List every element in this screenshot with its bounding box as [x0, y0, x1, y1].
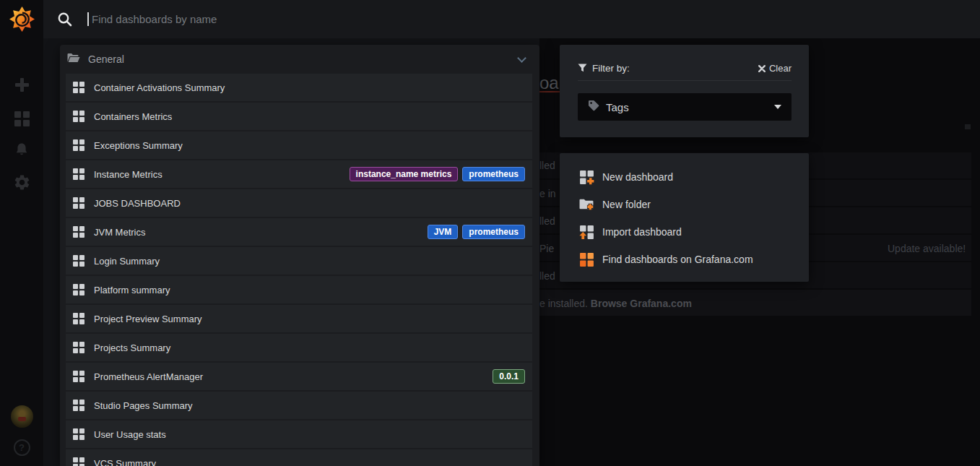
tag-badge[interactable]: instance_name metrics — [350, 167, 459, 181]
funnel-icon — [578, 62, 587, 75]
menu-item-label: New folder — [602, 199, 651, 210]
background-text-fragment: e in — [539, 188, 556, 199]
dashboards-grid-icon[interactable] — [0, 108, 43, 129]
update-available-badge: Update available! — [888, 243, 966, 254]
filter-title: Filter by: — [592, 63, 758, 74]
dashboard-row[interactable]: Containers Metrics — [66, 103, 532, 130]
tags-filter-select[interactable]: Tags — [578, 93, 792, 121]
filter-panel: Filter by: Clear Tags — [560, 45, 809, 137]
new-dashboard-icon — [578, 169, 594, 185]
dashboard-row[interactable]: JVM Metrics JVMprometheus — [66, 218, 532, 246]
dashboard-row-label: Studio Pages Summary — [94, 400, 525, 411]
dashboard-row-label: Project Preview Summary — [94, 314, 525, 324]
dashboard-row-label: Login Summary — [94, 256, 525, 267]
tag-badge[interactable]: 0.0.1 — [493, 369, 525, 384]
filter-header: Filter by: Clear — [578, 62, 792, 81]
clear-filters-button[interactable]: Clear — [758, 63, 792, 74]
dashboard-row-label: JVM Metrics — [94, 227, 428, 238]
dashboard-grid-icon — [73, 371, 84, 382]
folder-open-icon — [67, 53, 80, 66]
dashboard-row-tags: instance_name metricsprometheus — [350, 167, 525, 181]
dashboard-row[interactable]: Project Preview Summary — [66, 305, 532, 332]
tag-badge[interactable]: prometheus — [462, 225, 525, 239]
menu-item-new-folder[interactable]: New folder — [560, 191, 809, 218]
tag-badge[interactable]: prometheus — [462, 167, 525, 181]
dashboard-row[interactable]: VCS Summary — [66, 449, 532, 466]
search-results-panel: General Container Activations Summary Co… — [60, 45, 539, 466]
background-footer-fragment: e installed. Browse Grafana.com — [539, 298, 692, 309]
dashboard-row-label: Containers Metrics — [94, 111, 525, 122]
settings-gear-icon[interactable] — [0, 172, 43, 192]
dashboard-grid-icon — [73, 197, 84, 209]
menu-item-new-dashboard[interactable]: New dashboard — [560, 163, 809, 191]
dashboard-grid-icon — [73, 168, 84, 180]
dashboard-row-label: Exceptions Summary — [94, 140, 525, 151]
dashboard-grid-icon — [73, 255, 84, 267]
dashboard-grid-icon — [73, 111, 84, 122]
dashboard-row[interactable]: Projects Summary — [66, 334, 532, 361]
dashboard-grid-icon — [73, 428, 84, 440]
menu-item-label: Find dashboards on Grafana.com — [602, 254, 753, 265]
dashboard-grid-icon — [73, 400, 84, 411]
create-plus-icon[interactable] — [0, 74, 43, 95]
dashboard-grid-icon — [73, 313, 84, 324]
caret-down-icon — [774, 105, 781, 109]
tags-select-value: Tags — [606, 101, 774, 113]
x-icon — [758, 65, 766, 72]
dashboard-row-tags: 0.0.1 — [493, 369, 525, 384]
dashboard-row[interactable]: Instance Metrics instance_name metricspr… — [66, 160, 532, 188]
background-text-fragment: Pie — [539, 243, 554, 254]
dashboard-grid-icon — [73, 284, 84, 295]
dashboard-row-label: User Usage stats — [94, 429, 525, 440]
dashboard-row[interactable]: User Usage stats — [66, 420, 532, 448]
dashboard-grid-icon — [73, 226, 84, 238]
dashboard-row-label: Prometheus AlertManager — [94, 371, 493, 382]
background-text-fragment: lled — [539, 215, 555, 227]
dashboard-grid-icon — [73, 457, 84, 466]
grafana-logo[interactable] — [0, 3, 43, 35]
browse-grafana-link: Browse Grafana.com — [591, 298, 692, 309]
dashboard-row-label: VCS Summary — [94, 458, 525, 466]
chevron-down-icon[interactable] — [517, 53, 526, 63]
dashboard-row-label: Container Activations Summary — [94, 82, 525, 93]
search-icon — [56, 11, 74, 28]
import-dashboard-icon — [578, 224, 594, 240]
dashboard-row[interactable]: Platform summary — [66, 276, 532, 303]
dashboard-row[interactable]: Exceptions Summary — [66, 131, 532, 159]
dashboard-row-label: Platform summary — [94, 285, 525, 295]
background-panel-corner — [965, 124, 971, 129]
search-topbar: Find dashboards by name — [43, 0, 980, 38]
dashboard-row[interactable]: Login Summary — [66, 247, 532, 275]
user-avatar[interactable] — [0, 405, 43, 428]
grafana-com-icon — [578, 251, 594, 267]
background-text-fragment: lled — [539, 270, 555, 282]
side-nav: ? — [0, 0, 43, 466]
menu-item-find-dashboards-grafana-com[interactable]: Find dashboards on Grafana.com — [560, 246, 809, 273]
text-caret — [87, 12, 89, 26]
dashboard-row[interactable]: Prometheus AlertManager 0.0.1 — [66, 363, 532, 390]
dashboard-row-label: JOBS DASHBOARD — [94, 198, 525, 209]
folder-section-header[interactable]: General — [60, 45, 539, 74]
menu-item-label: Import dashboard — [602, 226, 682, 238]
dashboard-grid-icon — [73, 342, 84, 353]
folder-name: General — [88, 53, 519, 65]
dashboard-row[interactable]: JOBS DASHBOARD — [66, 189, 532, 217]
help-icon[interactable]: ? — [0, 438, 43, 457]
clear-label: Clear — [769, 63, 792, 74]
dashboard-row-tags: JVMprometheus — [428, 225, 525, 239]
tag-badge[interactable]: JVM — [428, 225, 459, 239]
new-folder-icon — [578, 197, 594, 212]
search-input[interactable]: Find dashboards by name — [92, 13, 217, 25]
dashboard-row[interactable]: Container Activations Summary — [66, 74, 532, 101]
dashboard-list: Container Activations Summary Containers… — [60, 74, 539, 466]
dashboard-row-label: Projects Summary — [94, 342, 525, 353]
alerting-bell-icon[interactable] — [0, 140, 43, 160]
dashboard-row[interactable]: Studio Pages Summary — [66, 392, 532, 419]
tag-icon — [588, 100, 599, 114]
dashboard-actions-menu: New dashboard New folder — [560, 153, 809, 282]
menu-item-import-dashboard[interactable]: Import dashboard — [560, 218, 809, 246]
dashboard-row-label: Instance Metrics — [94, 169, 350, 180]
menu-item-label: New dashboard — [602, 171, 673, 183]
dashboard-grid-icon — [73, 139, 84, 151]
grafana-dashboard-search-screen: oar lled e in lled Pie lled Update avail… — [0, 0, 980, 466]
